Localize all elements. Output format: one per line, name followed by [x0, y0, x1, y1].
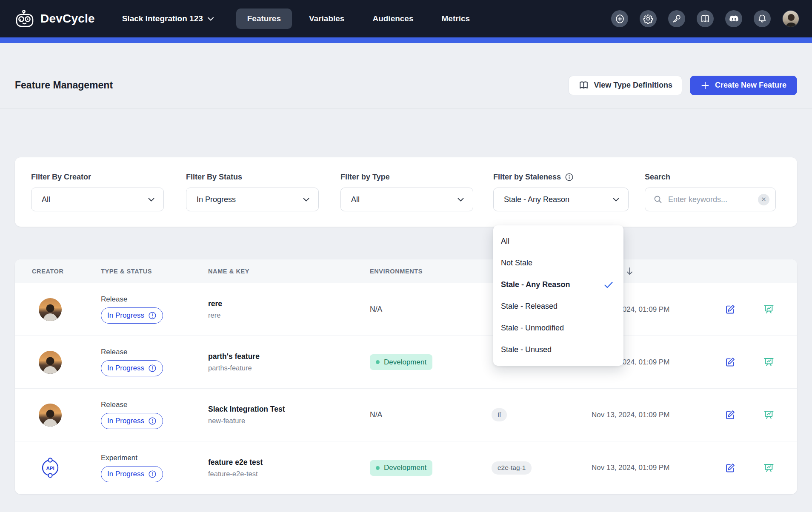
feature-name[interactable]: rere [208, 299, 370, 308]
status-badge[interactable]: In Progress [101, 466, 163, 482]
filter-type-value: All [351, 195, 360, 204]
key-icon [672, 14, 682, 24]
status-badge[interactable]: In Progress [101, 307, 163, 324]
cell-name-key: Slack Integration Test new-feature [208, 405, 370, 425]
feature-type: Release [101, 401, 208, 409]
feature-name[interactable]: parth's feature [208, 352, 370, 361]
feature-metrics-button[interactable] [763, 462, 775, 474]
plus-circle-icon [615, 14, 625, 24]
create-new-feature-button[interactable]: Create New Feature [690, 76, 797, 95]
tab-variables[interactable]: Variables [298, 9, 355, 29]
tab-audiences[interactable]: Audiences [361, 9, 424, 29]
filter-type-label: Filter by Type [340, 173, 473, 182]
staleness-option-stale-any-reason[interactable]: Stale - Any Reason [493, 274, 623, 296]
table-row[interactable]: API Experiment In Progress feature e2e t… [15, 441, 797, 494]
feature-name[interactable]: feature e2e test [208, 458, 370, 467]
plus-icon [700, 81, 710, 90]
feature-type: Experiment [101, 454, 208, 462]
cell-type-status: Release In Progress [101, 401, 208, 429]
filter-staleness-select[interactable]: Stale - Any Reason [493, 188, 629, 211]
col-header-environments[interactable]: ENVIRONMENTS [370, 268, 492, 275]
alert-circle-icon [148, 311, 157, 320]
cell-creator [32, 351, 101, 374]
project-selector[interactable]: Slack Integration 123 [122, 14, 214, 23]
chart-board-icon [763, 356, 775, 368]
option-label: Stale - Released [501, 302, 558, 311]
user-avatar[interactable] [782, 10, 799, 27]
cell-actions [706, 356, 797, 368]
filter-creator-select[interactable]: All [31, 188, 164, 211]
feature-metrics-button[interactable] [763, 409, 775, 421]
tag-badge: ff [492, 408, 507, 421]
cell-environments: Development [370, 460, 492, 476]
feature-metrics-button[interactable] [763, 356, 775, 368]
alert-circle-icon [148, 364, 157, 373]
tab-features[interactable]: Features [236, 9, 292, 29]
filter-type-select[interactable]: All [340, 188, 473, 211]
discord-icon [729, 14, 739, 24]
environment-badge: Development [370, 354, 432, 370]
col-header-creator[interactable]: CREATOR [32, 268, 101, 275]
staleness-option-not-stale[interactable]: Not Stale [493, 252, 623, 274]
api-keys-button[interactable] [668, 10, 685, 27]
environment-badge: Development [370, 460, 432, 476]
filter-creator: Filter By Creator All [31, 173, 164, 211]
search-input[interactable] [668, 195, 753, 204]
edit-icon [724, 304, 736, 315]
edit-feature-button[interactable] [724, 462, 736, 474]
cell-name-key: feature e2e test feature-e2e-test [208, 458, 370, 478]
edit-icon [724, 462, 736, 474]
feature-key: rere [208, 311, 370, 319]
info-icon[interactable] [565, 173, 574, 182]
edit-icon [724, 409, 736, 421]
edit-feature-button[interactable] [724, 356, 736, 368]
alert-circle-icon [148, 417, 157, 425]
header-actions: View Type Definitions Create New Feature [569, 76, 797, 95]
add-button[interactable] [611, 10, 628, 27]
environment-dot-icon [376, 360, 380, 364]
view-type-definitions-label: View Type Definitions [594, 81, 672, 90]
edit-feature-button[interactable] [724, 409, 736, 421]
docs-button[interactable] [697, 10, 714, 27]
cell-environments: N/A [370, 305, 492, 314]
staleness-option-stale-unmodified[interactable]: Stale - Unmodified [493, 317, 623, 339]
feature-name[interactable]: Slack Integration Test [208, 405, 370, 414]
creator-avatar [39, 351, 62, 374]
clear-search-icon[interactable]: ✕ [758, 194, 769, 205]
chart-board-icon [763, 409, 775, 421]
brand[interactable]: DevCycle [15, 9, 95, 28]
cell-creator [32, 298, 101, 321]
discord-button[interactable] [725, 10, 742, 27]
filter-card: Filter By Creator All Filter By Status I… [15, 157, 797, 227]
feature-key: new-feature [208, 417, 370, 425]
edit-feature-button[interactable] [724, 304, 736, 315]
nav-actions [611, 10, 799, 27]
bell-icon [757, 14, 767, 24]
staleness-option-all[interactable]: All [493, 230, 623, 252]
table-row[interactable]: Release In Progress parth's feature part… [15, 336, 797, 389]
table-row[interactable]: Release In Progress Slack Integration Te… [15, 389, 797, 441]
table-row[interactable]: Release In Progress rere rere N/A Nov 13… [15, 283, 797, 336]
gear-icon [643, 14, 653, 24]
staleness-option-stale-released[interactable]: Stale - Released [493, 296, 623, 317]
notifications-button[interactable] [754, 10, 771, 27]
cell-actions [706, 409, 797, 421]
feature-key: feature-e2e-test [208, 470, 370, 478]
filter-staleness: Filter by Staleness Stale - Any Reason A… [493, 173, 629, 211]
status-label: In Progress [107, 417, 144, 425]
search-label: Search [645, 173, 776, 182]
cell-creator [32, 404, 101, 427]
feature-metrics-button[interactable] [763, 304, 775, 315]
status-badge[interactable]: In Progress [101, 413, 163, 429]
filter-status-select[interactable]: In Progress [186, 188, 319, 211]
col-header-name-key[interactable]: NAME & KEY [208, 268, 370, 275]
status-badge[interactable]: In Progress [101, 360, 163, 376]
view-type-definitions-button[interactable]: View Type Definitions [569, 76, 682, 95]
cell-environments: N/A [370, 410, 492, 419]
staleness-option-stale-unused[interactable]: Stale - Unused [493, 339, 623, 361]
settings-button[interactable] [640, 10, 657, 27]
tab-metrics[interactable]: Metrics [431, 9, 481, 29]
filter-status-label: Filter By Status [186, 173, 319, 182]
col-header-type-status[interactable]: TYPE & STATUS [101, 268, 208, 275]
option-label: Stale - Unmodified [501, 324, 564, 333]
